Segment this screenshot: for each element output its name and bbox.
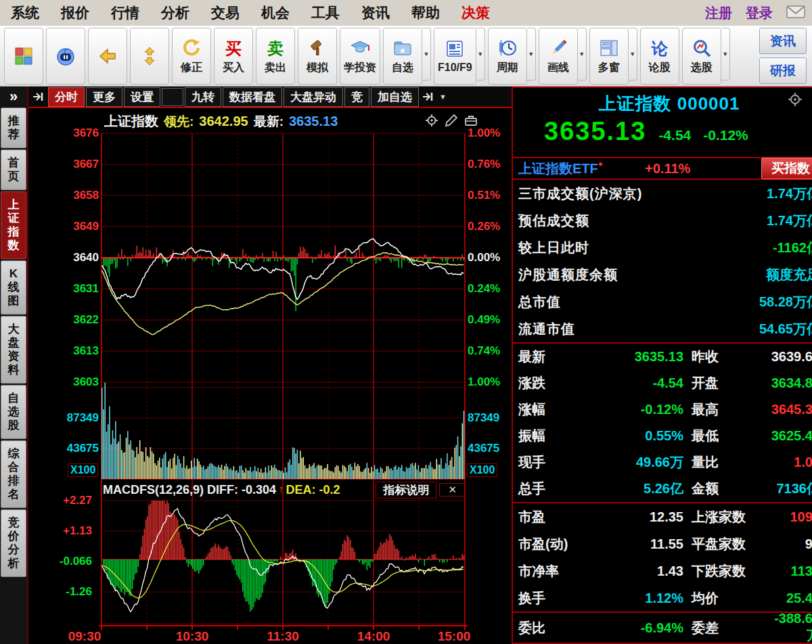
sidebar-item-4[interactable]: K线图: [1, 260, 26, 315]
price-axis-label: 3613: [57, 344, 99, 358]
macd-params: MACDFS(12,26,9) DIFF: -0.304: [103, 483, 276, 497]
macd-header: MACDFS(12,26,9) DIFF: -0.304 ↑ DEA: -0.2…: [103, 481, 466, 499]
menu-item-10[interactable]: 决策: [451, 3, 501, 22]
indicator-help-button[interactable]: 指标说明: [376, 482, 436, 499]
macd-close-button[interactable]: ✕: [439, 483, 466, 497]
menu-item-2[interactable]: 报价: [50, 3, 100, 22]
cap-icon: [349, 37, 371, 59]
sidebar-item-2[interactable]: 首页: [1, 150, 26, 190]
row-value: 58.28万亿: [561, 293, 812, 311]
volume-unit-right: X100: [467, 463, 497, 477]
sidebar-item-5[interactable]: 大盘资料: [1, 316, 26, 384]
etf-name[interactable]: 上证指数ETF: [518, 160, 598, 178]
toolbar-gavel-button[interactable]: 模拟: [298, 28, 337, 85]
row-value: -388.63万: [763, 611, 812, 644]
refresh-icon: [181, 37, 202, 59]
sidebar-item-8[interactable]: 竞价分析: [1, 509, 26, 577]
research-report-button[interactable]: 研报: [759, 58, 807, 84]
menu-item-1[interactable]: 系统: [0, 3, 50, 22]
table-row: 最新3635.13昨收3639.67: [513, 344, 812, 370]
sidebar-collapse-icon[interactable]: »: [9, 87, 18, 107]
panel-gear-icon[interactable]: [788, 92, 803, 110]
toolbar-clock-button[interactable]: 周期: [488, 28, 527, 85]
toolbar-cap-button[interactable]: 学投资: [340, 28, 380, 85]
row-label: 最新: [518, 348, 583, 366]
news-button[interactable]: 资讯: [759, 28, 807, 54]
chart-region[interactable]: 上证指数 领先: 3642.95 最新: 3635.13 MACDFS(12,2…: [28, 108, 512, 643]
tab-7[interactable]: 大盘异动: [284, 87, 343, 107]
tab-6[interactable]: 数据看盘: [223, 87, 282, 107]
macd-dea-value: DEA: -0.2: [286, 483, 340, 497]
chevron-down-icon[interactable]: ▼: [629, 28, 637, 80]
sidebar-item-6[interactable]: 自选股: [1, 385, 26, 439]
chevron-down-icon[interactable]: ▼: [721, 28, 730, 80]
row-value: 3625.45: [763, 428, 812, 444]
tab-scroll-right-icon[interactable]: [421, 90, 436, 104]
chart-tab-bar: 分时更多设置九转数据看盘大盘异动竞加自选▼: [28, 87, 512, 108]
toolbar-refresh-button[interactable]: 修正: [172, 28, 211, 85]
svg-text:卖: 卖: [267, 39, 284, 58]
row-value: 11.55: [583, 536, 683, 552]
chevron-down-icon[interactable]: ▼: [476, 28, 485, 80]
menu-item-7[interactable]: 工具: [300, 3, 351, 22]
macd-axis-label: +2.27: [50, 494, 92, 507]
tab-8[interactable]: 竞: [344, 87, 369, 107]
tab-3[interactable]: 设置: [124, 87, 160, 107]
toolbar: 修正买买入卖卖出模拟学投资★自选▼F10/F9▼周期▼画线▼多窗▼论论股选股▼ …: [0, 26, 812, 87]
login-link[interactable]: 登录: [746, 4, 773, 22]
toolbar-buy-button[interactable]: 买买入: [214, 28, 253, 85]
price-axis-label: 3622: [57, 313, 99, 327]
sidebar-item-1[interactable]: 推荐: [1, 108, 26, 148]
menu-item-4[interactable]: 分析: [150, 3, 200, 22]
tab-scroll-left-icon[interactable]: [31, 90, 46, 104]
toolbar-magnify-button[interactable]: 选股: [682, 28, 721, 85]
volume-unit-left: X100: [68, 463, 98, 477]
price-axis-label: 3603: [57, 375, 99, 389]
chevron-down-icon[interactable]: ▼: [527, 28, 536, 80]
toolbar-pencil-button[interactable]: 画线: [539, 28, 578, 85]
menu-item-8[interactable]: 资讯: [351, 3, 401, 22]
toolbar-multiwin-button[interactable]: 多窗: [589, 28, 629, 85]
etf-row: 上证指数ETF● +0.11% 买指数: [513, 157, 812, 180]
row-value: 1.74万亿: [642, 185, 812, 203]
tab-5[interactable]: 九转: [185, 87, 221, 107]
row-label: 现手: [518, 453, 583, 472]
tab-1[interactable]: 分时: [48, 87, 85, 107]
chevron-down-icon[interactable]: ▼: [422, 28, 431, 80]
sidebar-item-7[interactable]: 综合排名: [1, 440, 26, 508]
macd-axis-label: -1.26: [50, 585, 92, 599]
toolbar-sell-button[interactable]: 卖卖出: [256, 28, 295, 85]
toolbar-folder-button[interactable]: ★自选: [383, 28, 422, 85]
row-value: -1162亿: [589, 239, 812, 257]
tab-9[interactable]: 加自选: [371, 87, 419, 107]
table-row: 市盈(动)11.55平盘家数95: [513, 530, 812, 557]
toolbar-robot-button[interactable]: [46, 28, 85, 85]
toolbar-grid-button[interactable]: [4, 28, 43, 85]
table-row: 涨幅-0.12%最高3645.37: [513, 396, 812, 423]
pct-axis-label: 0.00%: [468, 251, 500, 264]
row-label: 平盘家数: [683, 535, 763, 553]
menu-item-3[interactable]: 行情: [100, 3, 150, 22]
price-axis-label: 3676: [57, 127, 99, 140]
toolbar-doc-button[interactable]: F10/F9: [434, 28, 476, 85]
tab-more-caret-icon[interactable]: ▼: [439, 93, 447, 101]
pct-axis-label: 1.00%: [468, 375, 500, 389]
intraday-chart-canvas[interactable]: [28, 108, 512, 643]
mail-icon[interactable]: [786, 3, 805, 22]
sidebar-item-3[interactable]: 上证指数: [1, 191, 26, 259]
chevron-down-icon[interactable]: ▼: [578, 28, 587, 80]
menu-items: 系统报价行情分析交易机会工具资讯帮助决策: [0, 3, 501, 22]
tab-2[interactable]: 更多: [86, 87, 122, 107]
row-label: 市净率: [518, 562, 583, 580]
register-link[interactable]: 注册: [705, 4, 732, 22]
toolbar-talk-button[interactable]: 论论股: [640, 28, 679, 85]
menu-item-6[interactable]: 机会: [250, 3, 300, 22]
menu-item-5[interactable]: 交易: [200, 3, 250, 22]
buy-index-button[interactable]: 买指数: [761, 158, 812, 179]
toolbar-updown-button[interactable]: [130, 28, 169, 85]
table-row: 涨跌-4.54开盘3634.88: [513, 370, 812, 396]
row-value: 95: [763, 536, 812, 552]
row-value: 3634.88: [763, 375, 812, 391]
menu-item-9[interactable]: 帮助: [401, 3, 451, 22]
toolbar-back-button[interactable]: [88, 28, 127, 85]
